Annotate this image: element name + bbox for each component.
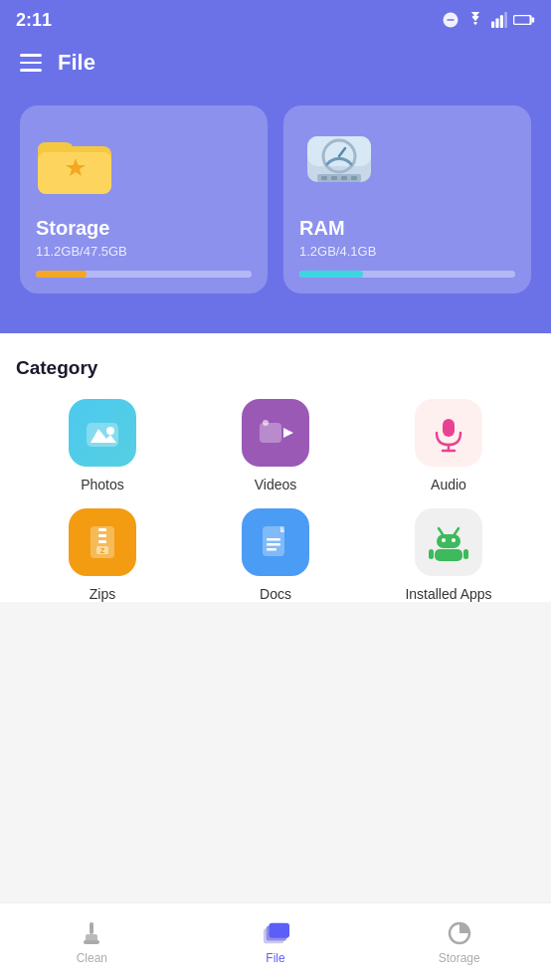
svg-rect-8 xyxy=(514,16,529,24)
category-item-videos[interactable]: Videos xyxy=(189,399,362,492)
nav-item-storage[interactable]: Storage xyxy=(367,903,551,980)
svg-rect-20 xyxy=(351,176,357,180)
svg-rect-5 xyxy=(504,12,507,28)
svg-rect-18 xyxy=(331,176,337,180)
svg-text:Z: Z xyxy=(100,546,105,555)
dnd-icon xyxy=(442,11,459,29)
hero-section: Storage 11.2GB/47.5GB xyxy=(0,86,551,333)
svg-rect-10 xyxy=(38,152,111,194)
ram-title: RAM xyxy=(299,217,345,240)
svg-rect-50 xyxy=(90,922,93,934)
status-time: 2:11 xyxy=(16,10,52,31)
svg-rect-27 xyxy=(443,419,455,437)
svg-point-23 xyxy=(106,427,114,435)
svg-rect-41 xyxy=(267,548,276,551)
storage-progress-bar xyxy=(36,271,252,278)
file-icon xyxy=(262,919,289,947)
svg-rect-4 xyxy=(500,15,503,28)
svg-rect-48 xyxy=(429,549,434,559)
svg-rect-17 xyxy=(321,176,327,180)
battery-icon xyxy=(513,13,535,27)
status-icons xyxy=(442,11,535,29)
svg-rect-32 xyxy=(98,534,106,537)
svg-rect-55 xyxy=(269,922,289,937)
storage-card[interactable]: Storage 11.2GB/47.5GB xyxy=(20,105,268,294)
svg-rect-31 xyxy=(98,528,106,531)
svg-rect-3 xyxy=(495,18,498,28)
ram-card[interactable]: RAM 1.2GB/4.1GB xyxy=(283,105,531,294)
clean-nav-label: Clean xyxy=(77,951,107,965)
svg-rect-52 xyxy=(84,940,99,944)
zips-label: Zips xyxy=(90,586,115,602)
bottom-nav: Clean File Storage xyxy=(0,902,551,980)
docs-icon xyxy=(242,508,309,576)
svg-point-45 xyxy=(442,538,446,542)
status-bar: 2:11 xyxy=(0,0,551,40)
svg-rect-19 xyxy=(341,176,347,180)
menu-button[interactable] xyxy=(20,54,42,72)
clean-icon xyxy=(78,919,105,947)
app-header: File xyxy=(0,40,551,86)
ram-usage: 1.2GB/4.1GB xyxy=(299,244,376,259)
storage-nav-label: Storage xyxy=(439,951,480,965)
audio-label: Audio xyxy=(431,477,466,492)
storage-nav-icon xyxy=(446,919,473,947)
nav-item-clean[interactable]: Clean xyxy=(0,903,184,980)
videos-label: Videos xyxy=(255,477,297,492)
storage-title: Storage xyxy=(36,217,109,240)
category-item-zips[interactable]: Z Zips xyxy=(16,508,189,602)
svg-line-43 xyxy=(455,528,459,534)
category-grid: Photos Videos xyxy=(16,399,535,602)
nav-item-file[interactable]: File xyxy=(184,903,368,980)
audio-icon xyxy=(415,399,482,467)
category-section: Category Photos xyxy=(0,333,551,602)
svg-point-26 xyxy=(263,420,269,426)
category-item-docs[interactable]: Docs xyxy=(189,508,362,602)
docs-label: Docs xyxy=(260,586,291,602)
svg-point-46 xyxy=(452,538,456,542)
apps-icon xyxy=(415,508,482,576)
wifi-icon xyxy=(465,12,485,28)
svg-line-42 xyxy=(439,528,443,534)
signal-icon xyxy=(491,12,507,28)
svg-rect-39 xyxy=(267,538,280,541)
svg-rect-44 xyxy=(437,534,460,548)
category-item-photos[interactable]: Photos xyxy=(16,399,189,492)
svg-rect-24 xyxy=(260,423,281,443)
apps-label: Installed Apps xyxy=(405,586,491,602)
svg-rect-40 xyxy=(267,543,280,546)
videos-icon xyxy=(242,399,309,467)
svg-rect-2 xyxy=(491,22,494,28)
svg-rect-33 xyxy=(98,540,106,543)
svg-rect-1 xyxy=(447,19,455,21)
storage-icon xyxy=(36,123,115,203)
svg-rect-49 xyxy=(463,549,468,559)
file-nav-label: File xyxy=(266,951,284,965)
ram-progress-bar xyxy=(299,271,515,278)
storage-progress-fill xyxy=(36,271,87,278)
svg-rect-7 xyxy=(532,17,535,22)
category-item-audio[interactable]: Audio xyxy=(362,399,535,492)
svg-rect-47 xyxy=(435,549,462,561)
category-item-apps[interactable]: Installed Apps xyxy=(362,508,535,602)
header-title: File xyxy=(58,50,95,76)
ram-icon xyxy=(299,123,379,203)
photos-icon xyxy=(69,399,136,467)
photos-label: Photos xyxy=(81,477,124,492)
category-title: Category xyxy=(16,357,535,379)
storage-usage: 11.2GB/47.5GB xyxy=(36,244,127,259)
zips-icon: Z xyxy=(69,508,136,576)
svg-marker-25 xyxy=(283,428,293,438)
ram-progress-fill xyxy=(299,271,363,278)
